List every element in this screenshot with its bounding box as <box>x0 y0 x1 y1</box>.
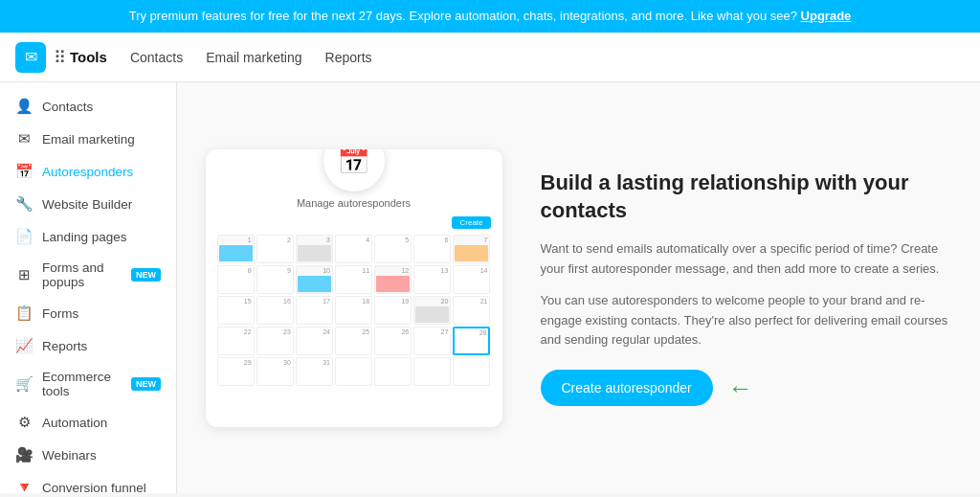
reports-icon: 📈 <box>15 337 33 354</box>
nav-contacts[interactable]: Contacts <box>130 46 183 69</box>
forms-icon: 📋 <box>15 305 33 322</box>
sidebar-item-webinars[interactable]: 🎥 Webinars <box>0 439 176 471</box>
cal-cell-19: 19 <box>374 296 412 325</box>
calendar-icon: 📅 <box>337 149 370 177</box>
info-panel: Build a lasting relationship with your c… <box>541 169 952 406</box>
cal-cell-7: 7 <box>453 235 490 263</box>
cal-cell-8: 8 <box>217 265 255 294</box>
forms-popups-icon: ⊞ <box>15 266 33 283</box>
cal-cell-24: 24 <box>296 327 333 355</box>
cal-cell-4: 4 <box>335 235 372 263</box>
cal-cell-21: 21 <box>453 296 490 325</box>
cal-cell-14: 14 <box>453 265 490 294</box>
card-layout: 📅 Manage autoresponders Create 1 2 <box>206 149 952 427</box>
cal-cell-12: 12 <box>374 265 412 294</box>
cal-cell-11: 11 <box>335 265 372 294</box>
autoresponders-icon: 📅 <box>15 163 33 180</box>
cal-cell-6: 6 <box>413 235 451 263</box>
sidebar-label-landing-pages: Landing pages <box>42 230 127 244</box>
logo-icon: ✉ <box>15 42 46 73</box>
sidebar-item-forms-popups[interactable]: ⊞ Forms and popups NEW <box>0 253 176 297</box>
cal-cell-3: 3 <box>296 235 333 263</box>
sidebar-item-website-builder[interactable]: 🔧 Website Builder <box>0 188 176 220</box>
website-builder-icon: 🔧 <box>15 195 33 213</box>
cal-cell-16: 16 <box>256 296 294 325</box>
promo-banner: Try premium features for free for the ne… <box>0 0 980 33</box>
cal-cell-31: 31 <box>296 357 333 386</box>
contacts-icon: 👤 <box>15 98 33 115</box>
nav-reports[interactable]: Reports <box>325 46 372 69</box>
sidebar-label-conversion-funnel: Conversion funnel <box>42 481 146 494</box>
sidebar-label-autoresponders: Autoresponders <box>42 165 133 179</box>
create-autoresponder-button[interactable]: Create autoresponder <box>541 370 713 406</box>
automation-icon: ⚙ <box>15 414 33 431</box>
arrow-cta: ← <box>728 375 753 400</box>
sidebar: 👤 Contacts ✉ Email marketing 📅 Autorespo… <box>0 82 177 493</box>
cal-cell-22: 22 <box>217 327 255 355</box>
cal-cell-18: 18 <box>335 296 372 325</box>
banner-text: Try premium features for free for the ne… <box>129 9 797 23</box>
content-area: 📅 Manage autoresponders Create 1 2 <box>177 82 980 493</box>
sidebar-label-automation: Automation <box>42 416 107 430</box>
cal-cell-27: 27 <box>413 327 451 355</box>
header: ✉ ⠿ Tools Contacts Email marketing Repor… <box>0 33 980 82</box>
cal-cell-empty-3 <box>413 357 451 386</box>
sidebar-label-forms: Forms <box>42 306 78 321</box>
cal-cell-empty-2 <box>374 357 412 386</box>
landing-pages-icon: 📄 <box>15 228 33 245</box>
sidebar-item-conversion-funnel[interactable]: 🔻 Conversion funnel <box>0 471 176 493</box>
email-marketing-icon: ✉ <box>15 130 33 147</box>
cal-cell-30: 30 <box>256 357 294 386</box>
content-title: Build a lasting relationship with your c… <box>541 169 952 224</box>
content-desc1: Want to send emails automatically over a… <box>541 239 952 280</box>
cal-cell-26: 26 <box>374 327 412 355</box>
cal-cell-17: 17 <box>296 296 333 325</box>
webinars-icon: 🎥 <box>15 446 33 463</box>
nav-email-marketing[interactable]: Email marketing <box>206 46 301 69</box>
cal-header-bar: Create <box>217 216 491 229</box>
cal-cell-empty-1 <box>335 357 372 386</box>
cal-cell-empty-4 <box>453 357 490 386</box>
cal-cell-28: 28 <box>453 327 490 355</box>
new-badge-ecommerce: NEW <box>131 377 161 391</box>
cal-cell-29: 29 <box>217 357 255 386</box>
main-nav: Contacts Email marketing Reports <box>130 46 372 69</box>
cal-cell-25: 25 <box>335 327 372 355</box>
sidebar-item-automation[interactable]: ⚙ Automation <box>0 406 176 439</box>
cal-cell-10: 10 <box>296 265 333 294</box>
cal-cell-20: 20 <box>413 296 451 325</box>
tools-label: Tools <box>70 49 107 65</box>
sidebar-item-email-marketing[interactable]: ✉ Email marketing <box>0 123 176 155</box>
cal-cell-2: 2 <box>256 235 294 263</box>
content-desc2: You can use autoresponders to welcome pe… <box>541 291 952 350</box>
sidebar-label-forms-popups: Forms and popups <box>42 260 118 289</box>
cal-cell-9: 9 <box>256 265 294 294</box>
cal-cell-23: 23 <box>256 327 294 355</box>
cta-wrap: Create autoresponder ← <box>541 370 952 406</box>
cal-grid: 1 2 3 4 5 6 7 <box>217 235 491 386</box>
cal-cell-13: 13 <box>413 265 451 294</box>
cal-cell-1: 1 <box>217 235 255 263</box>
sidebar-item-contacts[interactable]: 👤 Contacts <box>0 90 176 123</box>
sidebar-label-website-builder: Website Builder <box>42 197 132 212</box>
sidebar-label-email-marketing: Email marketing <box>42 132 135 147</box>
sidebar-item-forms[interactable]: 📋 Forms <box>0 297 176 329</box>
sidebar-item-autoresponders[interactable]: 📅 Autoresponders ← <box>0 155 176 188</box>
sidebar-item-reports[interactable]: 📈 Reports <box>0 329 176 362</box>
sidebar-label-webinars: Webinars <box>42 448 97 463</box>
grid-icon[interactable]: ⠿ <box>54 47 66 68</box>
sidebar-item-ecommerce[interactable]: 🛒 Ecommerce tools NEW <box>0 362 176 406</box>
cal-create-btn[interactable]: Create <box>452 216 490 229</box>
sidebar-label-ecommerce: Ecommerce tools <box>42 370 118 398</box>
new-badge-forms: NEW <box>131 268 161 282</box>
conversion-funnel-icon: 🔻 <box>15 479 33 493</box>
cal-title: Manage autoresponders <box>217 197 491 209</box>
main-layout: 👤 Contacts ✉ Email marketing 📅 Autorespo… <box>0 82 980 493</box>
cal-cell-5: 5 <box>374 235 412 263</box>
sidebar-item-landing-pages[interactable]: 📄 Landing pages <box>0 220 176 253</box>
cal-cell-15: 15 <box>217 296 255 325</box>
sidebar-label-contacts: Contacts <box>42 100 93 114</box>
upgrade-link[interactable]: Upgrade <box>801 9 852 23</box>
ecommerce-icon: 🛒 <box>15 375 33 393</box>
calendar-illustration: 📅 Manage autoresponders Create 1 2 <box>206 149 502 427</box>
